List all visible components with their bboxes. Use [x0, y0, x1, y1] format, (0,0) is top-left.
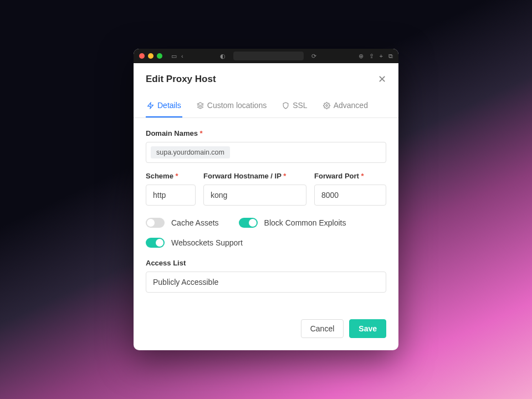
close-dot-icon[interactable] — [139, 53, 145, 59]
svg-marker-0 — [148, 103, 154, 109]
access-list-label: Access List — [146, 259, 386, 267]
websockets-toggle[interactable] — [146, 238, 165, 248]
block-exploits-label: Block Common Exploits — [264, 218, 346, 227]
websockets-label: Websockets Support — [171, 238, 243, 247]
tab-label: SSL — [293, 101, 307, 110]
app-window: ▭ ‹ ◐ ⟳ ⊕ ⇪ + ⧉ Edit Proxy Host ✕ Detail… — [134, 49, 398, 350]
tab-label: Advanced — [334, 101, 368, 110]
minimize-dot-icon[interactable] — [148, 53, 154, 59]
save-button[interactable]: Save — [349, 319, 386, 338]
modal-footer: Cancel Save — [134, 307, 398, 350]
domain-names-input[interactable]: supa.yourdomain.com — [146, 142, 386, 163]
access-list-select[interactable] — [146, 272, 386, 293]
lightning-icon — [147, 102, 154, 109]
field-forward-port: Forward Port * — [314, 172, 386, 206]
tab-label: Details — [157, 101, 181, 110]
tab-advanced[interactable]: Advanced — [322, 93, 369, 117]
field-domain-names: Domain Names * supa.yourdomain.com — [146, 129, 386, 163]
cancel-button[interactable]: Cancel — [301, 319, 344, 338]
download-icon[interactable]: ⊕ — [359, 53, 364, 60]
domain-chip[interactable]: supa.yourdomain.com — [151, 146, 230, 158]
toggle-block-exploits: Block Common Exploits — [239, 214, 346, 231]
svg-marker-1 — [197, 103, 203, 105]
tab-custom-locations[interactable]: Custom locations — [196, 93, 268, 117]
svg-point-2 — [326, 104, 328, 106]
shield-icon — [282, 102, 289, 109]
gear-icon — [323, 102, 330, 109]
forward-port-label: Forward Port * — [314, 172, 386, 180]
field-scheme: Scheme * — [146, 172, 196, 206]
required-asterisk: * — [361, 172, 364, 180]
tabs-overview-icon[interactable]: ⧉ — [388, 53, 393, 60]
zoom-dot-icon[interactable] — [157, 53, 162, 59]
modal-header: Edit Proxy Host ✕ — [134, 63, 398, 93]
sidebar-toggle-icon[interactable]: ▭ — [171, 53, 177, 60]
scheme-select[interactable] — [146, 185, 196, 206]
domain-names-label: Domain Names * — [146, 129, 386, 137]
tab-details[interactable]: Details — [146, 93, 182, 117]
browser-titlebar: ▭ ‹ ◐ ⟳ ⊕ ⇪ + ⧉ — [134, 49, 398, 63]
refresh-icon[interactable]: ⟳ — [311, 53, 316, 60]
layers-icon — [197, 102, 204, 109]
share-icon[interactable]: ⇪ — [369, 53, 374, 60]
toggle-cache-assets: Cache Assets — [146, 214, 219, 231]
field-access-list: Access List — [146, 259, 386, 293]
close-icon: ✕ — [378, 74, 386, 85]
forward-port-input[interactable] — [314, 185, 386, 206]
close-button[interactable]: ✕ — [378, 73, 386, 85]
back-chevron-icon[interactable]: ‹ — [181, 53, 183, 60]
shield-icon[interactable]: ◐ — [220, 53, 226, 60]
cache-assets-toggle[interactable] — [146, 218, 165, 228]
tab-label: Custom locations — [207, 101, 267, 110]
tab-bar: Details Custom locations SSL Advanced — [134, 93, 398, 118]
cache-assets-label: Cache Assets — [171, 218, 219, 227]
modal-title: Edit Proxy Host — [146, 74, 216, 85]
new-tab-icon[interactable]: + — [380, 53, 383, 60]
field-forward-hostname: Forward Hostname / IP * — [203, 172, 306, 206]
toggle-websockets: Websockets Support — [146, 234, 386, 251]
forward-hostname-label: Forward Hostname / IP * — [203, 172, 306, 180]
block-exploits-toggle[interactable] — [239, 218, 258, 228]
form-body: Domain Names * supa.yourdomain.com Schem… — [134, 118, 398, 307]
traffic-lights[interactable] — [139, 53, 162, 59]
required-asterisk: * — [200, 129, 203, 137]
forward-hostname-input[interactable] — [203, 185, 306, 206]
url-bar[interactable] — [233, 52, 304, 60]
required-asterisk: * — [176, 172, 178, 180]
scheme-label: Scheme * — [146, 172, 196, 180]
tab-ssl[interactable]: SSL — [281, 93, 308, 117]
required-asterisk: * — [283, 172, 286, 180]
